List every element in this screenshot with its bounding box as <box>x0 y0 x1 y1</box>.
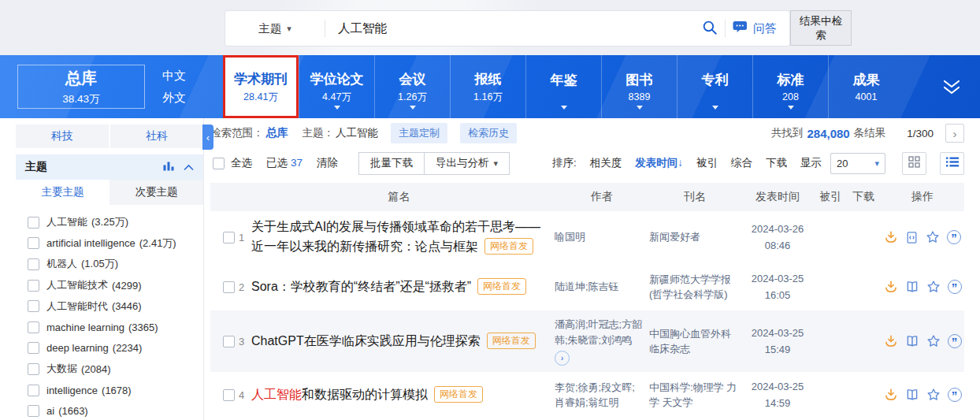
nav-item-yearbooks[interactable]: 年鉴 <box>525 55 601 118</box>
search-button[interactable] <box>695 11 725 46</box>
nav-item-standards[interactable]: 标准 208 <box>752 55 828 118</box>
download-icon[interactable] <box>884 280 898 294</box>
cite-quote-icon[interactable]: ” <box>947 230 961 244</box>
topic-filter-item[interactable]: 机器人(1.05万) <box>28 254 203 275</box>
nav-item-conferences[interactable]: 会议 1.26万 <box>374 55 450 118</box>
download-icon[interactable] <box>884 230 898 244</box>
article-title-link[interactable]: Sora：学校教育的“终结者”还是“拯救者” <box>251 280 471 293</box>
found-count[interactable]: 284,080 <box>807 127 849 140</box>
row-checkbox[interactable] <box>223 336 235 348</box>
favorite-star-icon[interactable] <box>926 230 940 244</box>
header-cited[interactable]: 被引 <box>815 190 846 204</box>
scope-value-link[interactable]: 总库 <box>266 126 288 140</box>
favorite-star-icon[interactable] <box>926 280 941 294</box>
tab-main-topics[interactable]: 主要主题 <box>16 180 110 205</box>
topic-filter-item[interactable]: 人工智能技术(4299) <box>28 275 203 296</box>
online-first-badge[interactable]: 网络首发 <box>484 238 533 255</box>
favorite-star-icon[interactable] <box>926 334 941 348</box>
online-first-badge[interactable]: 网络首发 <box>434 386 483 403</box>
authors-link[interactable]: 潘高润;叶冠志;方韶韩;朱晓雷;刘鸿鸣› <box>555 317 649 366</box>
topic-filter-item[interactable]: 人工智能(3.25万) <box>28 212 203 233</box>
select-all-checkbox[interactable] <box>213 158 225 169</box>
read-book-icon[interactable] <box>905 334 919 348</box>
checkbox[interactable] <box>28 217 39 229</box>
row-checkbox[interactable] <box>223 281 235 293</box>
topic-filter-item[interactable]: 人工智能时代(3446) <box>28 295 203 317</box>
search-history-button[interactable]: 检索历史 <box>460 123 517 143</box>
search-input[interactable] <box>325 21 695 35</box>
nav-item-newspapers[interactable]: 报纸 1.16万 <box>450 55 525 118</box>
tab-secondary-topics[interactable]: 次要主题 <box>110 180 203 205</box>
page-size-select[interactable]: 20 ▾ <box>830 153 885 174</box>
favorite-star-icon[interactable] <box>926 388 941 402</box>
journal-link[interactable]: 中国胸心血管外科临床杂志 <box>649 326 741 357</box>
checkbox[interactable] <box>28 237 39 249</box>
article-title-link[interactable]: ChatGPT在医学临床实践应用与伦理探索 <box>251 334 481 348</box>
sort-downloads[interactable]: 下载 <box>766 156 787 170</box>
checkbox[interactable] <box>28 385 39 396</box>
sidebar-collapse-button[interactable]: ‹ <box>202 125 213 150</box>
topic-filter-item[interactable]: ai(1663) <box>28 400 203 420</box>
authors-link[interactable]: 李贺;徐勇;段文晖;肖睿娟;翁红明 <box>555 380 649 411</box>
list-view-button[interactable] <box>940 152 964 175</box>
qa-button[interactable]: 问答 <box>732 20 777 36</box>
checkbox[interactable] <box>28 322 39 333</box>
tab-social-science[interactable]: 社科 <box>110 125 203 148</box>
article-title-link[interactable]: 人工智能和数据驱动的计算模拟 <box>251 388 428 401</box>
checkbox[interactable] <box>28 405 39 417</box>
batch-download-button[interactable]: 批量下载 <box>358 152 425 175</box>
topic-filter-item[interactable]: 大数据(2084) <box>28 359 203 380</box>
checkbox[interactable] <box>28 300 39 312</box>
select-all-label[interactable]: 全选 <box>231 156 252 170</box>
online-first-badge[interactable]: 网络首发 <box>487 333 536 349</box>
sort-publish-date[interactable]: 发表时间↓ <box>635 156 683 170</box>
tab-sci-tech[interactable]: 科技 <box>16 125 109 148</box>
nav-item-dissertations[interactable]: 学位论文 4.47万 <box>299 55 374 118</box>
export-analyze-button[interactable]: 导出与分析 ▾ <box>424 152 510 175</box>
authors-link[interactable]: 喻国明 <box>555 229 649 245</box>
checkbox[interactable] <box>28 363 39 375</box>
chevron-up-icon[interactable] <box>184 160 194 174</box>
nav-item-achievements[interactable]: 成果 4001 <box>828 55 904 118</box>
nav-lang-chinese[interactable]: 中文 <box>162 69 186 84</box>
topic-filter-item[interactable]: deep learning(2234) <box>28 338 203 359</box>
row-checkbox[interactable] <box>223 389 235 401</box>
checkbox[interactable] <box>28 280 39 292</box>
topic-filter-item[interactable]: artificial intelligence(2.41万) <box>28 233 203 255</box>
authors-link[interactable]: 陆道坤;陈吉钰 <box>555 279 649 295</box>
read-book-icon[interactable] <box>905 388 919 402</box>
topic-filter-item[interactable]: machine learning(3365) <box>28 317 203 338</box>
sort-relevance[interactable]: 相关度 <box>590 156 622 170</box>
nav-item-academic-journals[interactable]: 学术期刊 28.41万 <box>223 55 299 118</box>
nav-item-patents[interactable]: 专利 <box>677 55 752 118</box>
bar-chart-icon[interactable] <box>163 160 174 174</box>
journal-link[interactable]: 中国科学:物理学 力学 天文学 <box>649 380 741 411</box>
checkbox[interactable] <box>28 342 39 354</box>
online-first-badge[interactable]: 网络首发 <box>477 278 526 295</box>
topic-filter-item[interactable]: intelligence(1678) <box>28 380 203 401</box>
cite-quote-icon[interactable]: ” <box>948 334 962 348</box>
read-book-icon[interactable] <box>905 280 919 294</box>
download-icon[interactable] <box>884 388 898 402</box>
download-icon[interactable] <box>884 334 898 348</box>
nav-expand-more-button[interactable] <box>941 79 963 99</box>
nav-item-books[interactable]: 图书 8389 <box>601 55 677 118</box>
search-field-selector[interactable]: 主题 ▾ <box>225 21 325 36</box>
next-page-button[interactable]: › <box>945 124 964 143</box>
grid-view-button[interactable] <box>902 152 926 175</box>
row-checkbox[interactable] <box>223 232 235 243</box>
expand-authors-button[interactable]: › <box>555 351 570 366</box>
sort-cited[interactable]: 被引 <box>696 156 718 170</box>
cite-quote-icon[interactable]: ” <box>948 280 962 294</box>
clear-selection-button[interactable]: 清除 <box>317 156 338 170</box>
sort-comprehensive[interactable]: 综合 <box>731 156 752 170</box>
search-within-results-button[interactable]: 结果中检索 <box>790 10 852 46</box>
nav-lang-foreign[interactable]: 外文 <box>162 91 186 106</box>
topic-custom-button[interactable]: 主题定制 <box>391 123 447 143</box>
journal-link[interactable]: 新疆师范大学学报(哲学社会科学版) <box>649 272 741 303</box>
checkbox[interactable] <box>28 258 39 270</box>
nav-item-total-library[interactable]: 总库 38.43万 <box>17 65 145 109</box>
journal-link[interactable]: 新闻爱好者 <box>649 229 741 245</box>
html-read-icon[interactable] <box>905 231 919 244</box>
header-downloads[interactable]: 下载 <box>846 190 881 204</box>
